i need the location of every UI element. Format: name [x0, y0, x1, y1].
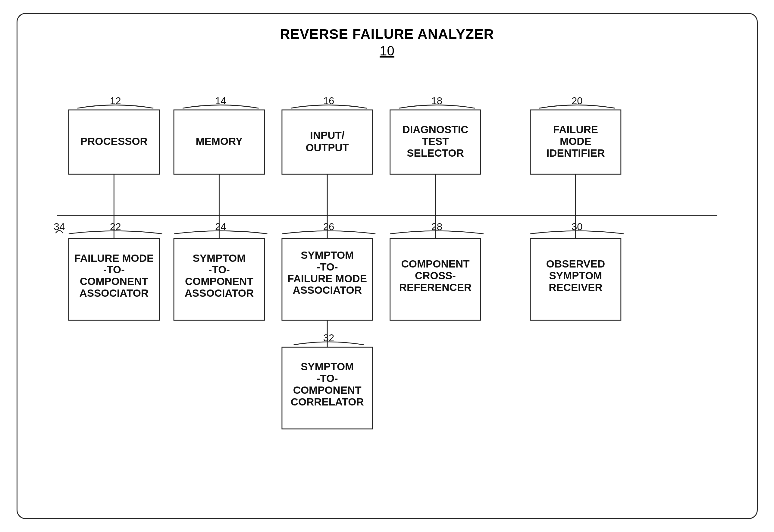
ref-14: 14	[215, 95, 226, 106]
io-label2: OUTPUT	[306, 142, 349, 153]
diag-test-label3: SELECTOR	[407, 147, 464, 159]
io-label: INPUT/	[310, 129, 344, 141]
s2fma-label4: ASSOCIATOR	[293, 284, 362, 296]
fail-mode-id-label3: IDENTIFIER	[546, 147, 605, 159]
fmca-label3: COMPONENT	[80, 275, 148, 287]
processor-label: PROCESSOR	[80, 135, 147, 147]
ref-12: 12	[110, 95, 121, 106]
ref-16: 16	[323, 95, 334, 106]
memory-label: MEMORY	[196, 135, 243, 147]
title-number: 10	[30, 43, 745, 58]
osr-label2: SYMPTOM	[549, 270, 602, 281]
s2cc-label4: CORRELATOR	[290, 396, 364, 408]
main-title: REVERSE FAILURE ANALYZER	[280, 26, 494, 42]
fail-mode-id-label1: FAILURE	[553, 124, 598, 135]
fail-mode-id-label2: MODE	[560, 135, 591, 147]
ccr-label2: CROSS-	[415, 270, 456, 281]
s2cc-label1: SYMPTOM	[301, 361, 354, 372]
fmca-label4: ASSOCIATOR	[79, 287, 149, 299]
s2cc-label3: COMPONENT	[293, 384, 361, 396]
diag-test-label1: DIAGNOSTIC	[402, 124, 468, 135]
ref-18: 18	[431, 95, 442, 106]
s2ca-label3: COMPONENT	[185, 275, 253, 287]
diagram-title: REVERSE FAILURE ANALYZER 10	[30, 26, 745, 58]
s2fma-label3: FAILURE MODE	[287, 273, 367, 284]
osr-label3: RECEIVER	[549, 281, 602, 293]
s2fma-label2: -TO-	[316, 261, 338, 273]
s2fma-label1: SYMPTOM	[301, 249, 354, 261]
fmca-label2: -TO-	[103, 264, 124, 275]
osr-label1: OBSERVED	[546, 258, 605, 270]
diag-test-label2: TEST	[422, 135, 449, 147]
ref-20: 20	[571, 95, 582, 106]
outer-container: REVERSE FAILURE ANALYZER 10 12 PROCESSOR…	[17, 13, 758, 519]
s2cc-label2: -TO-	[316, 372, 338, 384]
s2ca-label2: -TO-	[208, 264, 230, 275]
s2ca-label4: ASSOCIATOR	[184, 287, 254, 299]
diagram-area: 12 PROCESSOR 14 MEMORY 16 INPUT/ OUTPUT …	[30, 61, 745, 505]
fmca-label1: FAILURE MODE	[74, 252, 154, 264]
ccr-label1: COMPONENT	[401, 258, 469, 270]
s2ca-label1: SYMPTOM	[193, 252, 246, 264]
ccr-label3: REFERENCER	[399, 281, 472, 293]
diagram-svg: 12 PROCESSOR 14 MEMORY 16 INPUT/ OUTPUT …	[30, 61, 745, 505]
